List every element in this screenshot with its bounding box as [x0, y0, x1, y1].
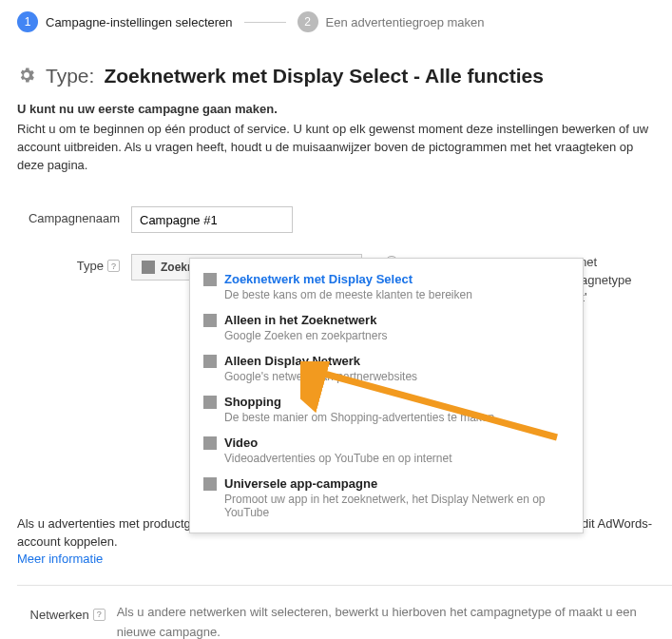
shopping-icon	[203, 396, 217, 409]
dd-item-search-display[interactable]: Zoeknetwerk met Display Select De beste …	[190, 266, 583, 307]
more-info-link[interactable]: Meer informatie	[17, 552, 103, 566]
networks-label: Netwerken ?	[17, 603, 117, 622]
dd-item-shopping[interactable]: Shopping De beste manier om Shopping-adv…	[190, 389, 583, 430]
help-icon[interactable]: ?	[107, 260, 120, 272]
dd-item-universal-app[interactable]: Universele app-campagne Promoot uw app i…	[190, 471, 583, 525]
campaign-name-label: Campagnenaam	[17, 206, 131, 225]
step-2-number: 2	[298, 11, 318, 32]
networks-row: Netwerken ? Als u andere netwerken wilt …	[17, 603, 655, 639]
campaign-name-input[interactable]	[131, 206, 293, 233]
step-connector	[244, 22, 286, 23]
dd-item-search-only[interactable]: Alleen in het Zoeknetwerk Google Zoeken …	[190, 307, 583, 348]
video-icon	[203, 436, 217, 450]
display-icon	[203, 355, 217, 368]
help-icon[interactable]: ?	[93, 609, 106, 621]
page-heading: Type: Zoeknetwerk met Display Select - A…	[17, 65, 655, 87]
campaign-name-row: Campagnenaam	[17, 206, 655, 233]
separator	[17, 585, 672, 586]
type-dropdown-menu: Zoeknetwerk met Display Select De beste …	[189, 258, 584, 533]
networks-hint: Als u andere netwerken wilt selecteren, …	[117, 603, 655, 639]
search-display-icon	[142, 261, 155, 274]
step-2[interactable]: 2 Een advertentiegroep maken	[298, 11, 485, 32]
step-1-label: Campagne-instellingen selecteren	[46, 15, 233, 29]
gear-icon	[17, 66, 36, 87]
intro-text: U kunt nu uw eerste campagne gaan maken.…	[17, 101, 655, 174]
search-icon	[203, 314, 217, 327]
app-icon	[203, 477, 217, 491]
type-label-row: Type ?	[17, 254, 131, 273]
page-title: Zoeknetwerk met Display Select - Alle fu…	[104, 65, 544, 87]
dd-item-video[interactable]: Video Videoadvertenties op YouTube en op…	[190, 430, 583, 471]
dd-item-display-only[interactable]: Alleen Display Netwerk Google's netwerk …	[190, 348, 583, 389]
step-2-label: Een advertentiegroep maken	[326, 15, 485, 29]
type-label: Type:	[46, 65, 94, 87]
intro-bold: U kunt nu uw eerste campagne gaan maken.	[17, 101, 655, 119]
search-display-icon	[203, 273, 217, 286]
step-1-number: 1	[17, 11, 38, 32]
step-1[interactable]: 1 Campagne-instellingen selecteren	[17, 11, 233, 32]
wizard-steps: 1 Campagne-instellingen selecteren 2 Een…	[0, 0, 672, 44]
intro-body: Richt u om te beginnen op één product of…	[17, 122, 648, 172]
